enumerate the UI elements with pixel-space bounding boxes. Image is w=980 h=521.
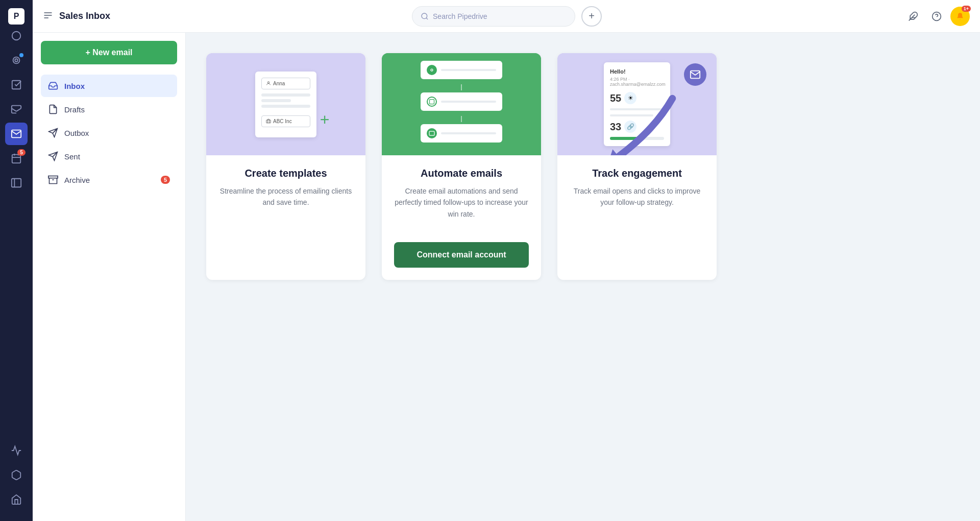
- step3-icon: [427, 128, 437, 138]
- nav-sent[interactable]: Sent: [41, 145, 177, 168]
- nav-drafts[interactable]: Drafts: [41, 98, 177, 121]
- track-desc: Track email opens and clicks to improve …: [570, 185, 704, 208]
- svg-point-1: [13, 57, 20, 64]
- mockup-to-field: Anna: [261, 78, 310, 89]
- automate-steps: [421, 61, 502, 148]
- track-image: Hello! 4:26 PM · zach.sharma@emalzz.com …: [557, 53, 717, 155]
- nav-home[interactable]: [5, 25, 28, 47]
- outbox-icon: [48, 128, 58, 138]
- outbox-label: Outbox: [64, 129, 89, 137]
- track-opens-num: 55: [610, 92, 621, 104]
- archive-icon: [48, 175, 58, 185]
- auto-step-1: [421, 61, 502, 79]
- nav-deals[interactable]: [5, 49, 28, 72]
- mockup-company-field: ABC Inc: [261, 115, 310, 127]
- templates-body: Create templates Streamline the process …: [206, 155, 365, 221]
- envelope-circle: [684, 63, 706, 86]
- nav-calendar[interactable]: 5: [5, 147, 28, 170]
- feature-card-automate: Automate emails Create email automations…: [382, 53, 541, 280]
- app-logo[interactable]: P: [8, 8, 24, 25]
- archive-label: Archive: [64, 176, 90, 184]
- nav-mail[interactable]: [5, 123, 28, 145]
- svg-line-14: [426, 18, 428, 19]
- svg-point-24: [267, 82, 269, 83]
- search-bar[interactable]: Search Pipedrive: [412, 6, 575, 27]
- mockup-line-2: [261, 99, 291, 102]
- plus-icon: +: [314, 109, 335, 130]
- nav-dot-indicator: [19, 53, 23, 57]
- track-meta: 4:26 PM · zach.sharma@emalzz.com: [610, 77, 664, 87]
- track-stat-opens: 55 ☀: [610, 92, 664, 104]
- track-body: Track engagement Track email opens and c…: [557, 155, 717, 221]
- nav-tasks[interactable]: [5, 74, 28, 96]
- user-avatar[interactable]: 1+: [950, 7, 970, 26]
- drafts-icon: [48, 104, 58, 114]
- track-progress-bar: [610, 137, 664, 140]
- templates-title: Create templates: [218, 168, 353, 179]
- calendar-badge: 5: [17, 149, 26, 156]
- add-button[interactable]: +: [581, 6, 602, 27]
- automate-desc: Create email automations and send perfec…: [394, 185, 529, 220]
- extensions-button[interactable]: [903, 7, 923, 26]
- auto-step-2: [421, 92, 502, 111]
- main-area: Sales Inbox Search Pipedrive + 1+ + New: [33, 0, 980, 521]
- connect-email-button[interactable]: Connect email account: [394, 242, 529, 268]
- new-email-button[interactable]: + New email: [41, 41, 177, 64]
- mockup-line-1: [261, 93, 310, 97]
- step1-line: [441, 69, 496, 71]
- track-stat-clicks: 33 🔗: [610, 121, 664, 133]
- nav-outbox[interactable]: Outbox: [41, 122, 177, 144]
- nav-marketplace[interactable]: [5, 488, 28, 511]
- track-bar-dot: [636, 135, 643, 141]
- nav-inbox[interactable]: Inbox: [41, 75, 177, 97]
- step-connector-2: [461, 116, 462, 122]
- svg-point-26: [431, 69, 433, 71]
- sent-icon: [48, 151, 58, 161]
- email-sidebar: + New email Inbox Drafts Outbox Sent: [33, 33, 186, 521]
- templates-desc: Streamline the process of emailing clien…: [218, 185, 353, 208]
- notification-badge: 1+: [962, 6, 971, 12]
- opens-icon: ☀: [624, 92, 636, 104]
- feature-card-track: Hello! 4:26 PM · zach.sharma@emalzz.com …: [557, 53, 717, 280]
- help-button[interactable]: [927, 7, 946, 26]
- sent-label: Sent: [64, 152, 80, 161]
- automate-body: Automate emails Create email automations…: [382, 155, 541, 232]
- template-paper-mockup: Anna ABC Inc: [255, 72, 316, 137]
- feature-card-templates: Anna ABC Inc +: [206, 53, 365, 280]
- archive-badge: 5: [161, 176, 170, 184]
- notification-icon: [956, 12, 964, 20]
- clicks-icon: 🔗: [624, 121, 636, 133]
- svg-rect-8: [12, 179, 21, 187]
- nav-archive[interactable]: Archive 5: [41, 169, 177, 191]
- svg-rect-22: [48, 176, 58, 178]
- nav-campaigns[interactable]: [5, 98, 28, 121]
- step1-icon: [427, 65, 437, 75]
- drafts-label: Drafts: [64, 105, 85, 114]
- svg-marker-28: [608, 149, 624, 155]
- track-title: Track engagement: [570, 168, 704, 179]
- svg-rect-4: [12, 155, 21, 163]
- svg-point-13: [422, 13, 427, 19]
- nav-rail: P 5: [0, 0, 33, 521]
- step2-line: [441, 101, 496, 103]
- nav-contacts[interactable]: [5, 172, 28, 194]
- automate-title: Automate emails: [394, 168, 529, 179]
- menu-toggle-icon[interactable]: [43, 10, 53, 22]
- templates-image: Anna ABC Inc +: [206, 53, 365, 155]
- search-icon: [421, 12, 429, 20]
- track-clicks-num: 33: [610, 121, 621, 133]
- features-grid: Anna ABC Inc +: [206, 53, 717, 280]
- inbox-icon: [48, 81, 58, 91]
- nav-insights[interactable]: [5, 439, 28, 462]
- svg-rect-27: [430, 100, 434, 104]
- email-nav-list: Inbox Drafts Outbox Sent Archive 5: [41, 75, 177, 191]
- track-bar: [610, 137, 664, 140]
- svg-point-2: [15, 59, 18, 62]
- track-paper: Hello! 4:26 PM · zach.sharma@emalzz.com …: [604, 62, 670, 146]
- page-title: Sales Inbox: [59, 11, 110, 21]
- nav-products[interactable]: [5, 464, 28, 486]
- content-layout: + New email Inbox Drafts Outbox Sent: [33, 33, 980, 521]
- automate-image: [382, 53, 541, 155]
- topbar-actions: 1+: [903, 7, 970, 26]
- inbox-label: Inbox: [64, 82, 85, 90]
